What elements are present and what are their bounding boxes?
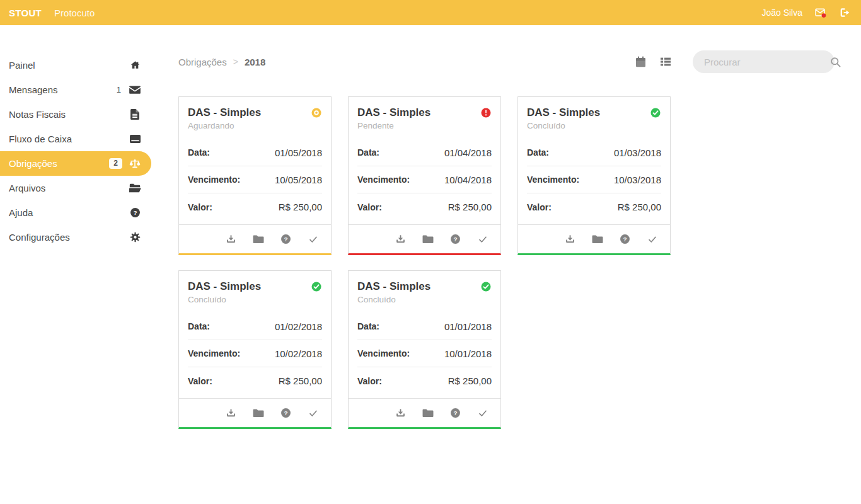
- sidebar: Painel Mensagens 1 Notas Fiscais: [0, 25, 151, 504]
- user-name[interactable]: João Silva: [761, 8, 802, 18]
- help-icon[interactable]: ?: [280, 234, 291, 244]
- row-label: Data:: [357, 321, 379, 331]
- search-icon[interactable]: [829, 56, 841, 68]
- obligations-count-badge: 2: [109, 158, 122, 169]
- obligation-card[interactable]: DAS - Simples: [178, 270, 332, 429]
- sidebar-item-notas-fiscais[interactable]: Notas Fiscais: [0, 102, 151, 127]
- row-label: Valor:: [357, 202, 382, 212]
- sidebar-item-label: Painel: [9, 60, 129, 71]
- card-row-vencimento: Vencimento: 10/01/2018: [357, 340, 492, 367]
- sidebar-item-mensagens[interactable]: Mensagens 1: [0, 77, 151, 102]
- row-label: Valor:: [527, 202, 552, 212]
- row-value: R$ 250,00: [448, 375, 492, 386]
- card-row-data: Data: 01/05/2018: [188, 139, 322, 166]
- sidebar-item-label: Arquivos: [9, 183, 129, 193]
- sidebar-item-painel[interactable]: Painel: [0, 53, 151, 77]
- download-icon[interactable]: [226, 408, 236, 418]
- messages-count: 1: [117, 85, 121, 94]
- row-label: Data:: [188, 321, 210, 331]
- obligation-card[interactable]: DAS - Simples: [178, 96, 332, 255]
- help-icon[interactable]: ?: [620, 234, 630, 244]
- complete-check-icon[interactable]: [308, 408, 319, 418]
- row-value: R$ 250,00: [448, 202, 492, 212]
- folder-icon[interactable]: [592, 234, 603, 244]
- card-row-vencimento: Vencimento: 10/03/2018: [527, 166, 661, 193]
- row-value: 10/05/2018: [275, 175, 322, 185]
- row-label: Valor:: [357, 376, 382, 386]
- row-value: 01/03/2018: [614, 147, 661, 158]
- sidebar-item-label: Ajuda: [9, 207, 129, 218]
- sidebar-item-label: Obrigações: [9, 158, 109, 169]
- obligation-card[interactable]: DAS - Simples: [517, 96, 671, 255]
- card-title: DAS - Simples: [188, 105, 261, 120]
- row-value: 10/03/2018: [614, 175, 661, 185]
- download-icon[interactable]: [395, 408, 406, 418]
- folder-icon[interactable]: [422, 408, 434, 418]
- obligation-card[interactable]: DAS - Simples: [348, 270, 501, 429]
- messages-envelope-icon[interactable]: [814, 6, 827, 19]
- sidebar-item-label: Fluxo de Caixa: [9, 134, 129, 144]
- row-value: 10/02/2018: [275, 348, 322, 359]
- row-label: Valor:: [188, 202, 212, 212]
- status-waiting-icon: [311, 107, 322, 118]
- svg-text:?: ?: [453, 410, 457, 416]
- sidebar-item-label: Configurações: [9, 232, 129, 243]
- row-label: Vencimento:: [357, 348, 410, 358]
- balance-scale-icon: [129, 158, 141, 169]
- card-status-label: Concluído: [179, 294, 331, 305]
- row-label: Data:: [527, 147, 549, 158]
- sidebar-item-obrigacoes[interactable]: Obrigações 2: [0, 151, 151, 176]
- calendar-view-icon[interactable]: [635, 56, 646, 67]
- help-icon[interactable]: ?: [450, 408, 461, 418]
- sidebar-item-fluxo-de-caixa[interactable]: Fluxo de Caixa: [0, 127, 151, 151]
- breadcrumb-parent[interactable]: Obrigações: [178, 57, 227, 67]
- brand: STOUT Protocuto: [9, 8, 95, 18]
- complete-check-icon[interactable]: [477, 234, 488, 244]
- breadcrumb: Obrigações > 2018: [178, 57, 265, 67]
- row-value: 01/01/2018: [444, 321, 492, 332]
- card-title: DAS - Simples: [357, 279, 430, 294]
- row-value: 01/05/2018: [275, 147, 322, 158]
- row-label: Vencimento:: [188, 175, 240, 185]
- complete-check-icon[interactable]: [647, 234, 658, 244]
- obligation-card[interactable]: DAS - Simples: [348, 96, 501, 255]
- card-row-valor: Valor: R$ 250,00: [188, 193, 322, 220]
- card-row-vencimento: Vencimento: 10/04/2018: [357, 166, 492, 193]
- sidebar-item-configuracoes[interactable]: Configurações: [0, 225, 151, 249]
- svg-text:?: ?: [284, 236, 287, 243]
- row-value: R$ 250,00: [279, 375, 322, 386]
- obligation-cards-grid: DAS - Simples: [178, 96, 835, 429]
- row-value: 10/01/2018: [444, 348, 492, 359]
- row-label: Vencimento:: [527, 175, 579, 185]
- card-row-data: Data: 01/02/2018: [188, 313, 322, 340]
- gear-icon: [129, 232, 141, 243]
- row-label: Vencimento:: [188, 348, 240, 358]
- row-label: Valor:: [188, 376, 212, 386]
- topbar-right: João Silva: [761, 6, 851, 19]
- card-status-label: Concluído: [349, 294, 500, 305]
- folder-icon[interactable]: [253, 408, 264, 418]
- download-icon[interactable]: [565, 234, 575, 244]
- help-icon[interactable]: ?: [450, 234, 461, 244]
- folder-icon[interactable]: [253, 234, 264, 244]
- card-row-valor: Valor: R$ 250,00: [357, 367, 492, 394]
- help-icon[interactable]: ?: [280, 408, 291, 418]
- status-pending-icon: [480, 107, 492, 118]
- card-row-valor: Valor: R$ 250,00: [527, 193, 661, 220]
- logout-icon[interactable]: [838, 6, 851, 19]
- card-row-data: Data: 01/04/2018: [357, 139, 492, 166]
- card-row-data: Data: 01/03/2018: [527, 139, 661, 166]
- svg-text:?: ?: [133, 209, 137, 216]
- complete-check-icon[interactable]: [308, 234, 319, 244]
- download-icon[interactable]: [395, 234, 406, 244]
- complete-check-icon[interactable]: [477, 408, 488, 418]
- folder-icon[interactable]: [422, 234, 434, 244]
- svg-text:?: ?: [453, 236, 457, 243]
- search-input[interactable]: [704, 57, 829, 67]
- list-view-icon[interactable]: [660, 57, 671, 67]
- sidebar-item-arquivos[interactable]: Arquivos: [0, 176, 151, 200]
- download-icon[interactable]: [226, 234, 236, 244]
- sidebar-item-ajuda[interactable]: Ajuda ?: [0, 200, 151, 225]
- status-done-icon: [311, 281, 322, 292]
- sidebar-item-label: Notas Fiscais: [9, 109, 129, 120]
